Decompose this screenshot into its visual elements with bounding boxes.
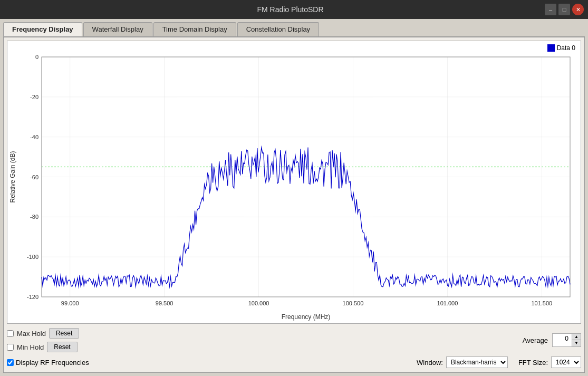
average-label: Average [523,336,548,344]
display-rf-row: Display RF Frequencies [7,359,89,367]
display-rf-checkbox[interactable] [7,359,14,366]
chart-legend: Data 0 [547,44,575,52]
bottom-bar: Display RF Frequencies Window: Blackman-… [7,355,581,369]
window-label: Window: [417,359,443,367]
legend-label: Data 0 [557,44,575,52]
minimize-button[interactable]: – [545,4,556,15]
window-title: FM Radio PlutoSDR [36,5,545,14]
maximize-button[interactable]: □ [558,4,570,15]
min-hold-label: Min Hold [17,343,44,351]
legend-color-box [547,44,555,52]
main-window: Frequency Display Waterfall Display Time… [0,19,588,376]
max-hold-checkbox[interactable] [7,330,14,337]
fft-select[interactable]: 1024 2048 4096 512 256 [551,356,581,368]
average-up-button[interactable]: ▲ [572,334,581,340]
frequency-chart [7,41,581,323]
hold-controls: Max Hold Reset Min Hold Reset [7,328,79,352]
max-hold-reset-button[interactable]: Reset [49,328,79,339]
min-hold-checkbox[interactable] [7,344,14,351]
tab-frequency[interactable]: Frequency Display [3,22,82,36]
tab-time-domain[interactable]: Time Domain Display [153,22,236,36]
max-hold-label: Max Hold [17,330,46,338]
min-hold-row: Min Hold Reset [7,342,79,352]
tab-waterfall[interactable]: Waterfall Display [83,22,152,36]
close-button[interactable]: ✕ [572,4,584,15]
fft-label: FFT Size: [518,359,548,367]
display-rf-label: Display RF Frequencies [16,359,89,367]
average-down-button[interactable]: ▼ [572,340,581,346]
average-arrows: ▲ ▼ [572,334,581,346]
average-value: 0 [553,334,572,346]
average-control: Average 0 ▲ ▼ [523,333,581,347]
tab-bar: Frequency Display Waterfall Display Time… [3,22,585,37]
chart-container: Data 0 [7,41,581,324]
window-controls: – □ ✕ [545,4,584,15]
controls-bar: Max Hold Reset Min Hold Reset Average 0 … [7,327,581,353]
fft-row: FFT Size: 1024 2048 4096 512 256 [518,356,581,368]
min-hold-reset-button[interactable]: Reset [47,342,77,352]
tab-constellation[interactable]: Constellation Display [237,22,319,36]
window-row: Window: Blackman-harris Hanning Hamming … [417,356,508,368]
average-spinbox: 0 ▲ ▼ [552,333,581,347]
content-area: Data 0 Max Hold Reset Min Hold Reset Ave… [3,37,585,373]
title-bar: FM Radio PlutoSDR – □ ✕ [0,0,588,19]
max-hold-row: Max Hold Reset [7,328,79,339]
window-select[interactable]: Blackman-harris Hanning Hamming Rectangu… [446,356,508,368]
